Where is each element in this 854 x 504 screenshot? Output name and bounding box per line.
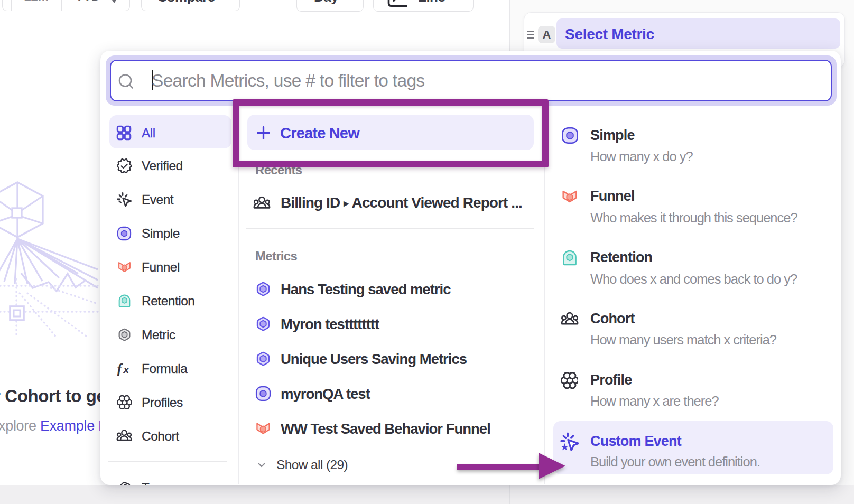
svg-text:x: x [123, 364, 130, 375]
svg-text:f: f [117, 361, 124, 376]
